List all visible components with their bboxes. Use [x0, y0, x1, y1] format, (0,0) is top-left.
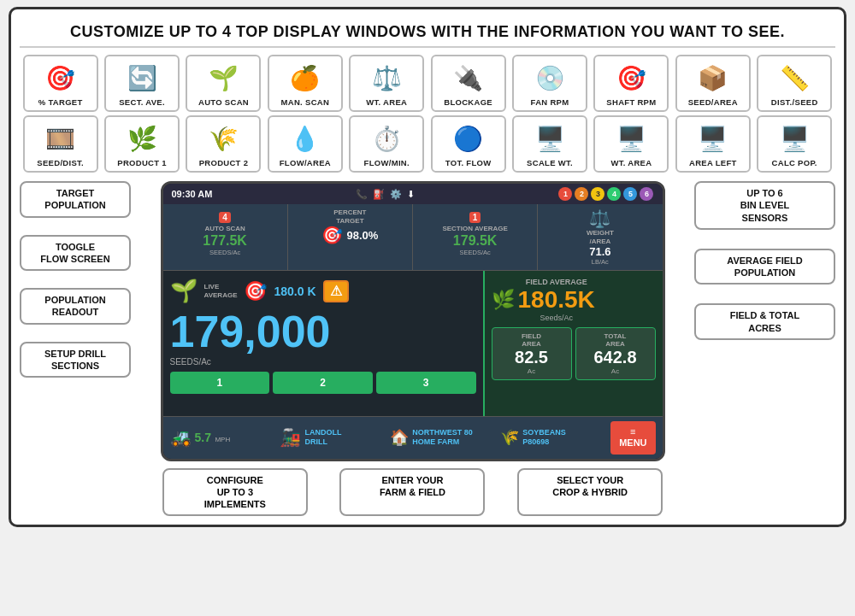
live-avg-text: LIVE AVERAGE: [204, 283, 238, 299]
bin-3: 3: [591, 187, 604, 201]
icon-item-man-scan[interactable]: 🍊 MAN. SCAN: [268, 55, 343, 112]
icon-label-calc-pop: CALC POP.: [772, 158, 817, 167]
autoscan-number: 4: [219, 212, 231, 223]
icon-seed-area: 📦: [691, 60, 735, 96]
icon-flow-min: ⏱️: [364, 120, 409, 156]
icon-item-wt-area2[interactable]: 🖥️ WT. AREA: [593, 115, 669, 173]
autoscan-value: 177.5K: [168, 233, 282, 249]
speed-item: 🚜 5.7 MPH: [170, 427, 274, 448]
left-label-2: POPULATIONREADOUT: [20, 288, 131, 325]
icon-label-man-scan: MAN. SCAN: [281, 97, 330, 107]
live-label: LIVE: [204, 283, 238, 291]
icon-item-shaft-rpm[interactable]: 🎯 SHAFT RPM: [593, 55, 669, 112]
big-population-number: 179,000: [170, 309, 476, 354]
left-labels: TARGETPOPULATIONTOOGLEFLOW SCREENPOPULAT…: [20, 181, 131, 378]
main-display: 🌱 LIVE AVERAGE 🎯 180.0 K ⚠ 179,000 SEEDS…: [163, 271, 663, 416]
icon-item-product1[interactable]: 🌿 PRODUCT 1: [104, 115, 180, 173]
icons-row-2: 🎞️ SEED/DIST. 🌿 PRODUCT 1 🌾 PRODUCT 2 💧 …: [20, 115, 835, 173]
status-bar: 09:30 AM 📞 ⛽ ⚙️ ⬇ 1 2 3 4 5 6: [163, 184, 663, 204]
icon-label-seed-area: SEED/AREA: [688, 97, 738, 107]
left-label-0: TARGETPOPULATION: [20, 181, 131, 218]
icon-item-sect-ave[interactable]: 🔄 SECT. AVE.: [104, 55, 180, 112]
icon-area-left: 🖥️: [691, 120, 735, 156]
arrow-down-icon: ⬇: [407, 189, 415, 200]
left-main-display: 🌱 LIVE AVERAGE 🎯 180.0 K ⚠ 179,000 SEEDS…: [163, 271, 483, 416]
section-1-button[interactable]: 1: [170, 372, 270, 394]
main-container: CUSTOMIZE UP TO 4 TOP DISPLAY WINDOWS WI…: [9, 7, 846, 527]
metric-percent-target: PERCENTTARGET 🎯 98.0%: [288, 204, 413, 270]
field-avg-header: FIELD AVERAGE: [518, 278, 595, 286]
icon-label-dist-seed: DIST./SEED: [771, 97, 818, 107]
farm-icon: 🏠: [390, 428, 409, 447]
icon-item-product2[interactable]: 🌾 PRODUCT 2: [186, 115, 261, 173]
warning-box: ⚠: [323, 280, 349, 302]
implement-icon: 🚂: [280, 427, 301, 448]
crop-icon: 🌾: [500, 428, 519, 447]
total-area-cell: TOTALAREA 642.8 Ac: [575, 327, 656, 380]
top-metrics-row: 4 AUTO SCAN 177.5K SEEDS/Ac PERCENTTARGE…: [163, 204, 663, 271]
metric-section-avg: 1 SECTION AVERAGE 179.5K SEEDS/Ac: [413, 204, 538, 270]
section-buttons: 1 2 3: [170, 372, 476, 394]
left-label-3: SETUP DRILLSECTIONS: [20, 342, 131, 378]
icon-product1: 🌿: [120, 120, 164, 156]
icon-item-tot-flow[interactable]: 🔵 TOT. FLOW: [431, 115, 506, 173]
icon-label-auto-scan: AUTO SCAN: [198, 97, 249, 107]
icon-item-seed-area[interactable]: 📦 SEED/AREA: [675, 55, 751, 112]
section-title: SECTION AVERAGE: [418, 225, 532, 233]
icon-item-auto-scan[interactable]: 🌱 AUTO SCAN: [186, 55, 261, 112]
icon-item-scale-wt[interactable]: 🖥️ SCALE WT.: [512, 115, 587, 173]
pct-value: 98.0%: [346, 229, 378, 242]
icon-item-seed-dist[interactable]: 🎞️ SEED/DIST.: [23, 115, 98, 173]
implement-label: LANDOLLDRILL: [304, 428, 341, 448]
icon-wt-area: ⚖️: [364, 60, 409, 96]
farm-item: 🏠 NORTHWEST 80HOME FARM: [390, 428, 493, 448]
field-avg-info: FIELD AVERAGE 180.5K Seeds/Ac: [518, 278, 595, 322]
crop-label: SOYBEANSP80698: [522, 428, 566, 448]
section-3-button[interactable]: 3: [376, 372, 476, 394]
bin-6: 6: [640, 187, 653, 201]
right-label-0: UP TO 6BIN LEVELSENSORS: [694, 181, 835, 230]
icon-label-area-left: AREA LEFT: [689, 158, 737, 167]
field-area-value: 82.5: [496, 348, 568, 367]
icon-item-pct-target[interactable]: 🎯 % TARGET: [23, 55, 98, 112]
right-label-2: FIELD & TOTALACRES: [694, 303, 835, 340]
icon-item-area-left[interactable]: 🖥️ AREA LEFT: [675, 115, 751, 173]
icon-flow-area: 💧: [283, 120, 327, 156]
icon-item-blockage[interactable]: 🔌 BLOCKAGE: [431, 55, 506, 112]
icon-label-pct-target: % TARGET: [38, 97, 83, 107]
field-avg-icon: 🌿: [492, 289, 515, 311]
bottom-labels-row: CONFIGUREUP TO 3IMPLEMENTSENTER YOURFARM…: [138, 468, 687, 517]
icon-item-dist-seed[interactable]: 📏 DIST./SEED: [757, 55, 832, 112]
field-avg-row: 🌿 FIELD AVERAGE 180.5K Seeds/Ac: [492, 278, 656, 322]
section-value: 179.5K: [418, 233, 532, 249]
icon-label-wt-area2: WT. AREA: [610, 158, 652, 167]
icons-section: 🎯 % TARGET 🔄 SECT. AVE. 🌱 AUTO SCAN 🍊 MA…: [20, 55, 835, 173]
section-2-button[interactable]: 2: [273, 372, 373, 394]
menu-button[interactable]: ≡MENU: [610, 421, 655, 454]
status-icons: 📞 ⛽ ⚙️ ⬇: [356, 189, 415, 200]
icon-item-wt-area[interactable]: ⚖️ WT. AREA: [349, 55, 424, 112]
icon-wt-area2: 🖥️: [609, 120, 653, 156]
section-sub: SEEDS/Ac: [418, 249, 532, 256]
icon-item-fan-rpm[interactable]: 💿 FAN RPM: [512, 55, 587, 112]
main-body: TARGETPOPULATIONTOOGLEFLOW SCREENPOPULAT…: [20, 181, 835, 516]
icon-item-flow-min[interactable]: ⏱️ FLOW/MIN.: [349, 115, 424, 173]
field-area-cell: FIELDAREA 82.5 Ac: [492, 327, 572, 380]
speed-unit: MPH: [215, 436, 230, 443]
device-screen: 09:30 AM 📞 ⛽ ⚙️ ⬇ 1 2 3 4 5 6: [161, 181, 665, 461]
bin-1: 1: [558, 187, 572, 201]
icon-item-flow-area[interactable]: 💧 FLOW/AREA: [268, 115, 343, 173]
total-area-unit: Ac: [580, 367, 652, 375]
icon-item-calc-pop[interactable]: 🖥️ CALC POP.: [757, 115, 832, 173]
device-time: 09:30 AM: [172, 189, 213, 199]
icon-calc-pop: 🖥️: [772, 120, 817, 156]
banner-text: CUSTOMIZE UP TO 4 TOP DISPLAY WINDOWS WI…: [70, 23, 785, 40]
right-label-1: AVERAGE FIELDPOPULATION: [694, 249, 835, 285]
icon-label-product1: PRODUCT 1: [117, 158, 167, 167]
left-label-1: TOOGLEFLOW SCREEN: [20, 235, 131, 272]
total-area-value: 642.8: [580, 348, 652, 367]
icon-label-fan-rpm: FAN RPM: [531, 97, 569, 107]
bin-4: 4: [607, 187, 621, 201]
icon-blockage: 🔌: [446, 60, 491, 96]
weight-value: 71.6: [543, 245, 657, 258]
